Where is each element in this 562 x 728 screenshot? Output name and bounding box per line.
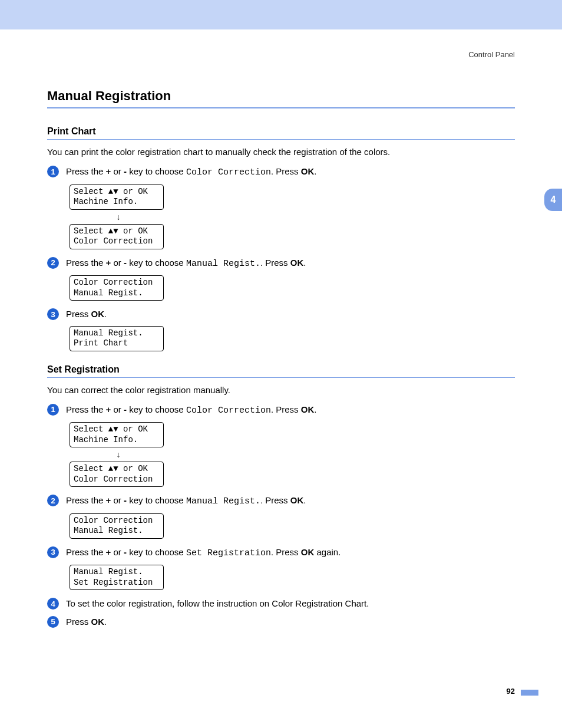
- lcd-group: Manual Regist.Print Chart: [70, 326, 515, 351]
- step-text: To set the color registration, follow th…: [66, 597, 369, 611]
- step-text-part: Press the: [66, 404, 106, 414]
- page-number: 92: [507, 687, 515, 696]
- section-title: Set Registration: [47, 364, 515, 378]
- step-text-part: +: [106, 495, 111, 505]
- step-text-part: or: [111, 495, 124, 505]
- step-number: 4: [47, 598, 59, 610]
- step-text: Press OK.: [66, 308, 107, 321]
- lcd-display: Manual Regist.Print Chart: [70, 326, 164, 351]
- lcd-line1: Select ▲▼ or OK: [74, 464, 160, 475]
- step-text-part: key to choose: [127, 404, 186, 414]
- step-text-part: .: [303, 258, 306, 268]
- step-number: 1: [47, 404, 59, 416]
- step-text-part: +: [106, 404, 111, 414]
- lcd-group: Select ▲▼ or OKMachine Info.↓Select ▲▼ o…: [70, 422, 515, 487]
- lcd-group: Select ▲▼ or OKMachine Info.↓Select ▲▼ o…: [70, 185, 515, 249]
- step: 3Press OK.: [47, 308, 515, 321]
- lcd-line1: Manual Regist.: [74, 567, 160, 578]
- lcd-line2: Color Correction: [74, 236, 160, 247]
- step-number: 2: [47, 257, 59, 269]
- step-text: Press the + or - key to choose Manual Re…: [66, 494, 306, 509]
- step-number: 3: [47, 546, 59, 558]
- step-text-part: To set the color registration, follow th…: [66, 598, 369, 608]
- step-text-part: or: [111, 166, 124, 176]
- step: 1Press the + or - key to choose Color Co…: [47, 403, 515, 418]
- step-text-part: OK: [301, 547, 315, 557]
- step-text-part: OK: [91, 617, 105, 627]
- step-number: 5: [47, 616, 59, 628]
- corner-decoration: [521, 690, 538, 696]
- lcd-group: Color CorrectionManual Regist.: [70, 275, 515, 301]
- step-text-part: key to choose: [127, 495, 186, 505]
- step-text-part: or: [111, 404, 124, 414]
- step-text-part: OK: [290, 495, 304, 505]
- lcd-line1: Select ▲▼ or OK: [74, 424, 160, 435]
- step-text-part: Color Correction: [186, 167, 271, 177]
- step-number: 1: [47, 166, 59, 177]
- lcd-line2: Set Registration: [74, 578, 160, 588]
- lcd-line1: Select ▲▼ or OK: [74, 226, 160, 237]
- step-text-part: Press the: [66, 495, 106, 505]
- step-text-part: OK: [91, 309, 105, 319]
- lcd-display: Select ▲▼ or OKMachine Info.: [70, 185, 164, 210]
- step-text-part: key to choose: [127, 258, 186, 268]
- section-desc: You can print the color registration cha…: [47, 147, 515, 157]
- section-desc: You can correct the color registration m…: [47, 385, 515, 395]
- step-text-part: .: [303, 495, 306, 505]
- lcd-line2: Color Correction: [74, 475, 160, 485]
- chapter-tab: 4: [544, 189, 562, 211]
- step-text-part: Press: [66, 309, 91, 319]
- content: Manual Registration Print ChartYou can p…: [0, 29, 562, 628]
- step-text-part: Set Registration: [186, 548, 271, 558]
- step-text-part: or: [111, 547, 124, 557]
- lcd-line2: Machine Info.: [74, 197, 160, 207]
- section-title: Print Chart: [47, 126, 515, 140]
- step: 4To set the color registration, follow t…: [47, 597, 515, 611]
- lcd-line1: Color Correction: [74, 516, 160, 526]
- step-text-part: Press the: [66, 547, 106, 557]
- step-text-part: . Press: [260, 495, 290, 505]
- lcd-line2: Manual Regist.: [74, 288, 160, 299]
- step-text-part: Press: [66, 617, 91, 627]
- step-text-part: +: [106, 166, 111, 176]
- step-text: Press the + or - key to choose Manual Re…: [66, 256, 306, 271]
- step-text: Press the + or - key to choose Color Cor…: [66, 165, 316, 180]
- lcd-display: Color CorrectionManual Regist.: [70, 275, 164, 301]
- lcd-line1: Manual Regist.: [74, 328, 160, 339]
- lcd-line2: Manual Regist.: [74, 526, 160, 536]
- lcd-line1: Color Correction: [74, 278, 160, 288]
- lcd-display: Select ▲▼ or OKColor Correction: [70, 462, 164, 487]
- step-text-part: Press the: [66, 258, 106, 268]
- lcd-group: Color CorrectionManual Regist.: [70, 513, 515, 539]
- step-text-part: .: [104, 309, 107, 319]
- step-text-part: .: [314, 166, 316, 176]
- lcd-line2: Print Chart: [74, 338, 160, 349]
- step-text: Press OK.: [66, 615, 107, 629]
- step-text-part: or: [111, 258, 124, 268]
- step-text-part: Press the: [66, 166, 106, 176]
- page-title: Manual Registration: [47, 88, 515, 108]
- lcd-display: Color CorrectionManual Regist.: [70, 513, 164, 539]
- step-text-part: . Press: [271, 404, 301, 414]
- step-text-part: +: [106, 547, 111, 557]
- step-text-part: again.: [314, 547, 340, 557]
- step-text-part: . Press: [271, 547, 301, 557]
- arrow-down-icon: ↓: [70, 212, 167, 222]
- header-label: Control Panel: [468, 50, 515, 59]
- step-text-part: Color Correction: [186, 406, 271, 416]
- lcd-display: Select ▲▼ or OKColor Correction: [70, 224, 164, 249]
- step-number: 2: [47, 495, 59, 506]
- step-text-part: . Press: [260, 258, 290, 268]
- arrow-down-icon: ↓: [70, 450, 167, 459]
- step-text-part: key to choose: [127, 547, 186, 557]
- lcd-display: Manual Regist.Set Registration: [70, 565, 164, 590]
- step-text-part: .: [104, 617, 107, 627]
- step: 2Press the + or - key to choose Manual R…: [47, 494, 515, 509]
- step-text-part: OK: [290, 258, 304, 268]
- top-bar: [0, 0, 562, 29]
- step-text-part: +: [106, 258, 111, 268]
- step-number: 3: [47, 308, 59, 320]
- step-text-part: .: [314, 404, 316, 414]
- lcd-line1: Select ▲▼ or OK: [74, 187, 160, 197]
- step-text-part: . Press: [271, 166, 301, 176]
